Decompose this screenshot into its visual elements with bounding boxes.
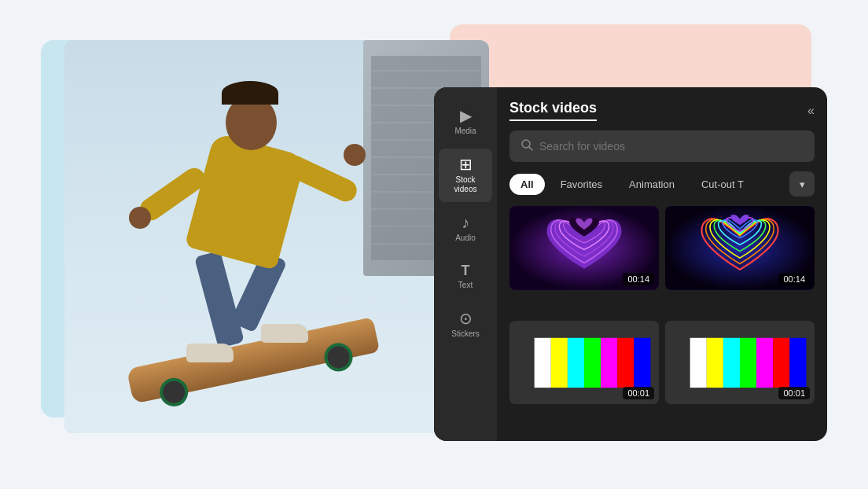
collapse-icon: « [807,104,815,118]
filter-tab-cutout[interactable]: Cut-out T [690,174,755,195]
sidebar-item-stickers-label: Stickers [451,329,480,339]
svg-rect-9 [601,337,617,387]
sidebar-item-media-label: Media [454,127,476,136]
collapse-button[interactable]: « [807,104,815,118]
filter-tab-favorites[interactable]: Favorites [550,174,613,195]
svg-rect-6 [551,337,568,387]
video-thumb-color-bars-1[interactable]: 00:01 [509,321,659,405]
search-bar[interactable] [509,131,815,162]
svg-rect-18 [773,337,789,387]
svg-rect-17 [756,337,773,387]
sidebar-item-audio-label: Audio [455,233,476,243]
media-icon: ▶ [460,108,472,123]
stickers-icon: ⊙ [459,311,473,326]
search-input[interactable] [539,140,804,153]
svg-rect-19 [789,337,806,387]
svg-rect-8 [584,337,601,387]
filter-dropdown-button[interactable]: ▾ [789,171,815,197]
panel-content: Stock videos « All Favorites [497,87,827,441]
video-duration-2: 00:14 [778,273,810,285]
sidebar-item-text[interactable]: T Text [439,256,492,298]
search-icon [520,138,533,154]
video-duration-1: 00:14 [623,273,654,285]
sidebar: ▶ Media ⊞ Stockvideos ♪ Audio T Text ⊙ S… [434,87,497,441]
sidebar-item-media[interactable]: ▶ Media [439,100,492,144]
filter-tab-all[interactable]: All [509,174,545,195]
skateboarder-image [64,40,489,433]
svg-rect-5 [535,337,551,387]
sidebar-item-stock-label: Stockvideos [454,175,477,194]
video-duration-4: 00:01 [778,387,810,399]
filter-tabs: All Favorites Animation Cut-out T ▾ [509,171,815,197]
video-thumb-color-bars-2[interactable]: 00:01 [665,321,815,405]
svg-rect-14 [707,337,723,387]
sidebar-item-stickers[interactable]: ⊙ Stickers [439,303,492,347]
svg-rect-15 [723,337,740,387]
svg-rect-16 [740,337,756,387]
audio-icon: ♪ [462,215,469,230]
text-icon: T [462,263,470,278]
svg-rect-10 [617,337,634,387]
svg-rect-7 [568,337,584,387]
video-thumb-neon-heart-1[interactable]: 00:14 [509,206,659,290]
sidebar-item-audio[interactable]: ♪ Audio [439,207,492,251]
main-scene: ▶ Media ⊞ Stockvideos ♪ Audio T Text ⊙ S… [41,24,827,465]
chevron-down-icon: ▾ [800,178,805,190]
sidebar-item-text-label: Text [458,281,473,290]
stock-videos-icon: ⊞ [459,156,473,172]
video-duration-3: 00:01 [623,387,654,399]
sidebar-item-stock-videos[interactable]: ⊞ Stockvideos [439,149,492,202]
svg-rect-11 [634,337,650,387]
svg-line-1 [529,147,532,150]
stock-videos-panel: ▶ Media ⊞ Stockvideos ♪ Audio T Text ⊙ S… [434,87,827,441]
panel-header: Stock videos « [509,100,815,121]
video-thumb-neon-heart-2[interactable]: 00:14 [665,206,815,290]
video-grid: 00:14 [509,206,815,428]
panel-title: Stock videos [509,100,597,121]
svg-rect-13 [690,337,707,387]
filter-tab-animation[interactable]: Animation [618,174,686,195]
